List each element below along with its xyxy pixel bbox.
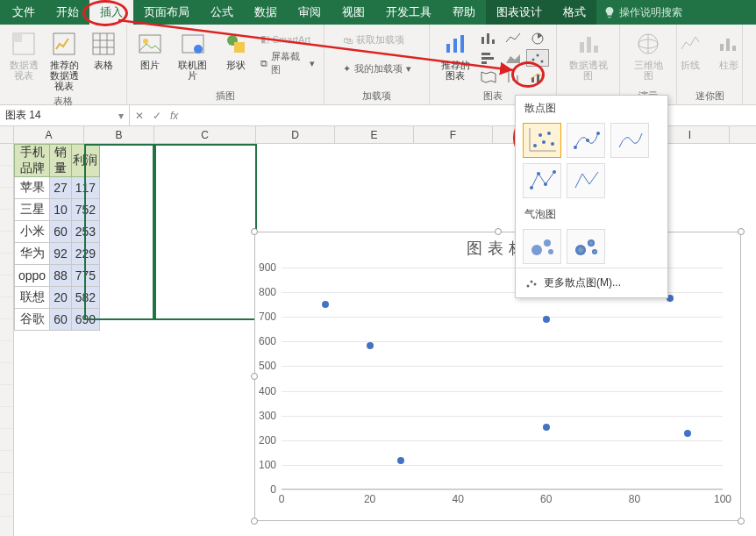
row-header[interactable] [0, 341, 13, 363]
chart-map-button[interactable] [477, 68, 500, 86]
map3d-button[interactable]: 三维地图 [631, 28, 667, 82]
tab-review[interactable]: 审阅 [288, 0, 332, 25]
col-header-B[interactable]: B [84, 126, 154, 143]
row-header[interactable] [0, 297, 13, 319]
table-cell[interactable]: 775 [71, 265, 99, 287]
chart-stock-button[interactable] [502, 68, 524, 86]
table-header[interactable]: 利润 [71, 145, 99, 177]
table-cell[interactable]: 253 [71, 221, 99, 243]
name-box[interactable]: 图表 14 ▾ [0, 105, 130, 125]
accept-formula-icon[interactable]: ✓ [153, 110, 161, 122]
bubble-option-3d[interactable] [567, 229, 605, 264]
resize-handle-sw[interactable] [251, 518, 258, 525]
data-point[interactable] [684, 430, 691, 437]
resize-handle-nw[interactable] [251, 228, 258, 235]
get-addins-button[interactable]: 🛍获取加载项 [339, 32, 415, 48]
row-header[interactable] [0, 363, 13, 385]
table-cell[interactable]: 20 [50, 287, 72, 309]
pivot-chart-button[interactable]: 数据透视图 [562, 28, 614, 82]
chart-bar-button[interactable] [477, 49, 500, 67]
data-point[interactable] [322, 301, 329, 308]
resize-handle-ne[interactable] [738, 228, 745, 235]
table-cell[interactable]: 88 [50, 265, 72, 287]
resize-handle-se[interactable] [738, 518, 745, 525]
table-cell[interactable]: 60 [50, 309, 72, 331]
sparkline-column-button[interactable]: 柱形 [711, 28, 746, 72]
row-header[interactable] [0, 407, 13, 429]
col-header-A[interactable]: A [14, 126, 84, 143]
bubble-option-2d[interactable] [523, 229, 561, 264]
table-header[interactable]: 手机品牌 [15, 145, 50, 177]
more-scatter-charts[interactable]: 更多散点图(M)... [516, 268, 667, 297]
screenshot-button[interactable]: ⧉屏幕截图 ▾ [257, 48, 318, 78]
table-cell[interactable]: 92 [50, 243, 72, 265]
chart-combo-button[interactable] [526, 68, 549, 86]
table-header[interactable]: 销量 [50, 145, 72, 177]
chart-pie-button[interactable] [526, 30, 549, 47]
picture-button[interactable]: 图片 [132, 28, 168, 72]
tab-developer[interactable]: 开发工具 [375, 0, 442, 25]
chart-line-button[interactable] [502, 30, 524, 47]
scatter-option-straight-lines[interactable] [567, 163, 605, 198]
tab-home[interactable]: 开始 [46, 0, 89, 25]
table-cell[interactable]: 27 [50, 177, 72, 199]
scatter-option-smooth-lines[interactable] [610, 123, 649, 158]
col-header-E[interactable]: E [335, 126, 414, 143]
table-cell[interactable]: 752 [71, 199, 99, 221]
row-header[interactable] [0, 254, 13, 275]
scatter-option-smooth-lines-markers[interactable] [567, 123, 605, 158]
plot-area[interactable]: 0100200300400500600700800900020406080100 [282, 268, 723, 490]
col-header-F[interactable]: F [414, 126, 493, 143]
row-header[interactable] [0, 495, 13, 517]
row-header[interactable] [0, 385, 13, 407]
tab-page-layout[interactable]: 页面布局 [133, 0, 200, 25]
row-header[interactable] [0, 275, 13, 297]
shapes-button[interactable]: 形状 [218, 28, 253, 72]
sparkline-line-button[interactable]: 折线 [673, 28, 708, 72]
tab-data[interactable]: 数据 [244, 0, 288, 25]
tab-formulas[interactable]: 公式 [200, 0, 244, 25]
resize-handle-n[interactable] [495, 228, 502, 235]
scatter-option-markers[interactable] [523, 123, 561, 158]
data-point[interactable] [367, 342, 374, 349]
row-header[interactable] [0, 429, 13, 451]
row-header[interactable] [0, 144, 13, 166]
fx-icon[interactable]: fx [170, 110, 178, 122]
col-header-D[interactable]: D [256, 126, 335, 143]
table-cell[interactable]: 10 [50, 199, 72, 221]
row-header[interactable] [0, 517, 13, 536]
data-point[interactable] [397, 457, 404, 464]
recommended-pivot-button[interactable]: 推荐的数据透视表 [46, 28, 82, 93]
pivot-table-button[interactable]: 数据透视表 [5, 28, 42, 82]
tab-help[interactable]: 帮助 [442, 0, 486, 25]
table-cell[interactable]: 117 [71, 177, 99, 199]
col-header-C[interactable]: C [154, 126, 256, 143]
tab-view[interactable]: 视图 [332, 0, 375, 25]
tell-me-search[interactable]: 操作说明搜索 [603, 5, 682, 20]
table-cell[interactable]: 60 [50, 221, 72, 243]
select-all-corner[interactable] [0, 126, 14, 143]
recommended-charts-button[interactable]: 推荐的图表 [438, 28, 474, 82]
tab-chart-design[interactable]: 图表设计 [486, 0, 553, 25]
table-cell[interactable]: 229 [71, 243, 99, 265]
table-cell[interactable]: 三星 [15, 199, 50, 221]
table-cell[interactable]: oppo [15, 265, 50, 287]
table-cell[interactable]: 小米 [15, 221, 50, 243]
row-header[interactable] [0, 232, 13, 254]
table-cell[interactable]: 582 [71, 287, 99, 309]
table-cell[interactable]: 苹果 [15, 177, 50, 199]
table-cell[interactable]: 谷歌 [15, 309, 50, 331]
data-point[interactable] [543, 424, 550, 431]
row-header[interactable] [0, 319, 13, 341]
tab-format[interactable]: 格式 [553, 0, 596, 25]
row-header[interactable] [0, 166, 13, 188]
table-cell[interactable]: 690 [71, 309, 99, 331]
table-button[interactable]: 表格 [86, 28, 121, 72]
chart-column-button[interactable] [477, 30, 500, 47]
resize-handle-w[interactable] [251, 373, 258, 380]
chart-scatter-button[interactable] [526, 49, 549, 67]
online-picture-button[interactable]: 联机图片 [171, 28, 215, 82]
my-addins-button[interactable]: ✦我的加载项 ▾ [339, 61, 415, 77]
data-point[interactable] [543, 316, 550, 323]
tab-file[interactable]: 文件 [2, 0, 46, 25]
